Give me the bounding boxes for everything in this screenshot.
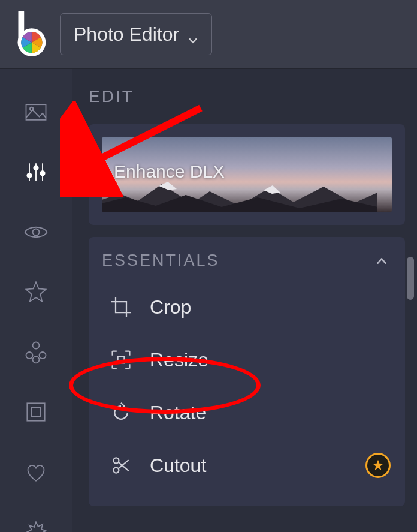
essentials-section: ESSENTIALS Crop Resize bbox=[89, 237, 405, 506]
svg-point-13 bbox=[40, 352, 46, 359]
rail-heart-icon[interactable] bbox=[23, 459, 49, 485]
svg-rect-2 bbox=[26, 104, 46, 120]
tool-resize-label: Resize bbox=[150, 349, 208, 371]
rail-sliders-icon[interactable] bbox=[23, 159, 49, 185]
edit-section-title: EDIT bbox=[89, 87, 405, 106]
svg-point-12 bbox=[26, 352, 33, 359]
svg-rect-16 bbox=[32, 408, 41, 417]
rail-eye-icon[interactable] bbox=[23, 219, 49, 245]
rotate-icon bbox=[109, 401, 133, 425]
tool-crop[interactable]: Crop bbox=[89, 281, 405, 333]
premium-star-badge bbox=[365, 453, 391, 478]
enhance-dlx-card[interactable]: Enhance DLX bbox=[89, 124, 405, 225]
rail-burst-icon[interactable] bbox=[23, 519, 49, 532]
svg-point-14 bbox=[33, 356, 40, 363]
scrollbar-thumb[interactable] bbox=[407, 257, 414, 300]
resize-icon bbox=[109, 348, 133, 372]
tool-resize[interactable]: Resize bbox=[89, 333, 405, 386]
edit-panel: EDIT Enhance DLX ESSENTIALS Crop bbox=[72, 69, 417, 532]
svg-point-10 bbox=[33, 229, 40, 236]
rail-shapes-icon[interactable] bbox=[23, 339, 49, 365]
chevron-down-icon bbox=[188, 29, 198, 40]
rail-image-icon[interactable] bbox=[23, 99, 49, 125]
scissors-icon bbox=[109, 453, 133, 477]
svg-point-9 bbox=[40, 171, 44, 175]
mountain-illustration bbox=[102, 177, 377, 212]
svg-point-3 bbox=[30, 107, 33, 111]
rail-frame-icon[interactable] bbox=[23, 399, 49, 425]
app-logo bbox=[11, 11, 48, 58]
chevron-up-icon bbox=[375, 254, 388, 267]
mode-dropdown-label: Photo Editor bbox=[74, 23, 179, 46]
svg-rect-15 bbox=[27, 403, 44, 420]
essentials-title: ESSENTIALS bbox=[102, 251, 220, 270]
tool-rotate[interactable]: Rotate bbox=[89, 386, 405, 439]
top-bar: Photo Editor bbox=[0, 0, 417, 69]
tool-crop-label: Crop bbox=[150, 296, 191, 318]
svg-point-7 bbox=[27, 173, 31, 178]
mode-dropdown[interactable]: Photo Editor bbox=[60, 13, 212, 55]
tool-cutout-label: Cutout bbox=[150, 455, 206, 477]
svg-point-18 bbox=[113, 468, 119, 473]
essentials-header[interactable]: ESSENTIALS bbox=[89, 251, 405, 281]
tool-rotate-label: Rotate bbox=[150, 402, 206, 424]
enhance-dlx-label: Enhance DLX bbox=[114, 161, 225, 182]
svg-rect-17 bbox=[118, 357, 125, 363]
svg-point-19 bbox=[113, 458, 119, 463]
sidebar-rail bbox=[0, 69, 72, 532]
enhance-dlx-preview: Enhance DLX bbox=[102, 137, 392, 212]
crop-icon bbox=[109, 295, 133, 319]
rail-star-icon[interactable] bbox=[23, 279, 49, 305]
tool-cutout[interactable]: Cutout bbox=[89, 439, 405, 492]
svg-point-8 bbox=[34, 166, 38, 170]
svg-point-11 bbox=[33, 342, 40, 349]
